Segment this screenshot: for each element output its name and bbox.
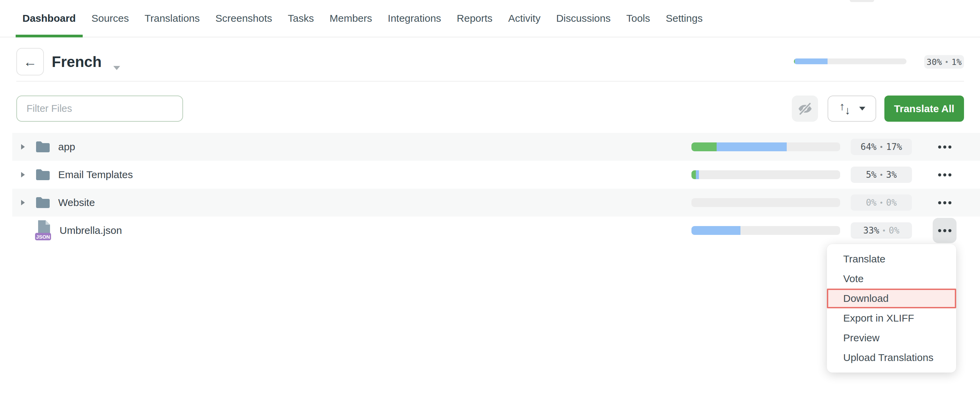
translated-percent: 30% [927,57,942,67]
sort-button[interactable]: ↑ ↓ [827,95,876,122]
arrow-up-icon: ↑ [840,101,845,112]
file-menu-button[interactable] [933,162,956,187]
file-progress-bar [692,198,840,207]
translated-percent: 5% [866,170,877,180]
json-file-icon: JSON [35,220,52,241]
nav-item-label: Members [330,13,372,24]
nav-item-label: Integrations [388,13,441,24]
chevron-down-icon [859,107,865,111]
eye-off-icon [797,101,813,117]
nav-item-label: Reports [457,13,492,24]
menu-item-label: Vote [843,273,864,284]
approved-percent: 0% [889,225,899,236]
language-switch-chevron-down-icon[interactable] [113,66,120,70]
nav-item-settings[interactable]: Settings [659,0,710,37]
back-button[interactable]: ← [16,48,44,76]
dot-separator: • [879,171,883,179]
svg-text:JSON: JSON [36,234,50,240]
file-progress-badge: 5% • 3% [851,167,912,183]
page-title: French [52,54,102,70]
file-name[interactable]: app [58,141,75,152]
translated-percent: 0% [866,198,877,208]
dot-separator: • [879,143,883,151]
menu-item-export-in-xliff[interactable]: Export in XLIFF [827,308,956,328]
hide-completed-button[interactable] [792,95,818,122]
approved-percent: 0% [886,198,897,208]
active-tab-underline [16,35,83,37]
file-menu-button[interactable] [933,134,956,159]
file-name[interactable]: Email Templates [58,169,133,181]
nav-item-label: Tasks [288,13,314,24]
menu-item-label: Download [843,293,888,304]
approved-percent: 17% [886,142,902,152]
file-progress-badge: 33% • 0% [851,222,912,239]
menu-item-upload-translations[interactable]: Upload Translations [827,348,956,368]
translated-progress-segment [795,59,827,64]
nav-item-label: Discussions [556,13,611,24]
nav-item-reports[interactable]: Reports [450,0,499,37]
approved-progress-segment [692,143,717,151]
menu-item-label: Preview [843,332,880,344]
menu-item-download[interactable]: Download [827,289,956,308]
file-menu-button[interactable] [933,190,956,215]
arrow-down-icon: ↓ [845,105,851,116]
folder-icon [35,140,51,153]
menu-item-label: Upload Translations [843,352,933,363]
file-row-umbrella-json[interactable]: JSON Umbrella.json 33% • 0% [12,217,980,244]
file-progress-bar [692,170,840,179]
ellipsis-icon [938,201,951,204]
approved-percent: 1% [951,57,962,67]
files-toolbar: ↑ ↓ Translate All [0,82,980,133]
dot-separator: • [879,198,883,207]
expand-caret-icon[interactable] [21,200,28,205]
language-header: ← French 30% • 1% [0,37,980,82]
nav-item-label: Screenshots [215,13,272,24]
project-nav: Dashboard Sources Translations Screensho… [0,0,980,37]
file-row-app[interactable]: JSON app 64% • 17% [12,133,980,161]
crowdin-language-dashboard: Dashboard Sources Translations Screensho… [0,0,980,395]
translated-percent: 64% [861,142,877,152]
file-name[interactable]: Website [58,197,95,208]
nav-item-sources[interactable]: Sources [85,0,136,37]
translated-progress-segment [696,170,699,179]
menu-item-translate[interactable]: Translate [827,249,956,269]
file-list: JSON app 64% • 17% [12,133,980,244]
ellipsis-icon [938,229,951,232]
filter-files-input[interactable] [16,95,183,122]
file-progress-bar [692,226,840,235]
nav-item-label: Sources [92,13,129,24]
translated-progress-segment [717,143,786,151]
menu-item-preview[interactable]: Preview [827,328,956,348]
dot-separator: • [945,58,949,66]
file-menu-button[interactable] [933,218,956,243]
nav-item-dashboard[interactable]: Dashboard [16,0,83,37]
arrow-left-icon: ← [24,55,37,69]
nav-item-label: Dashboard [22,13,76,24]
translate-all-button[interactable]: Translate All [885,95,964,122]
file-context-menu: Translate Vote Download Export in XLIFF … [827,244,956,373]
nav-item-members[interactable]: Members [323,0,379,37]
nav-item-translations[interactable]: Translations [138,0,207,37]
file-progress-badge: 64% • 17% [851,139,912,155]
translated-percent: 33% [863,225,879,236]
file-name[interactable]: Umbrella.json [60,225,122,236]
menu-item-label: Translate [843,253,885,265]
file-row-email-templates[interactable]: JSON Email Templates 5% • 3% [12,161,980,189]
nav-item-label: Tools [626,13,650,24]
nav-item-tools[interactable]: Tools [619,0,657,37]
nav-item-label: Settings [666,13,703,24]
file-progress-badge: 0% • 0% [851,194,912,211]
dot-separator: • [882,227,886,235]
expand-caret-icon[interactable] [21,172,28,178]
nav-item-activity[interactable]: Activity [501,0,547,37]
nav-item-discussions[interactable]: Discussions [549,0,617,37]
nav-item-integrations[interactable]: Integrations [381,0,448,37]
nav-item-tasks[interactable]: Tasks [281,0,321,37]
nav-item-screenshots[interactable]: Screenshots [208,0,279,37]
file-progress-bar [692,143,840,151]
language-progress-badge: 30% • 1% [924,55,964,69]
expand-caret-icon[interactable] [21,144,28,149]
menu-item-vote[interactable]: Vote [827,269,956,289]
approved-percent: 3% [886,170,897,180]
file-row-website[interactable]: JSON Website 0% • 0% [12,189,980,217]
